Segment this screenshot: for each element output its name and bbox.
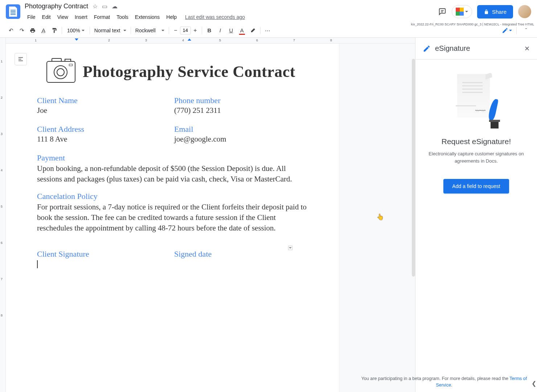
highlight-button[interactable] bbox=[248, 25, 258, 36]
cancel-body: For portrait sessions, a 7-day notice is… bbox=[37, 202, 311, 233]
menu-file[interactable]: File bbox=[25, 13, 38, 21]
cancel-label: Cancelation Policy bbox=[37, 192, 311, 201]
undo-button[interactable]: ↶ bbox=[6, 25, 16, 36]
menu-extensions[interactable]: Extensions bbox=[132, 13, 162, 21]
horizontal-ruler: 12345678 bbox=[6, 38, 415, 44]
share-button[interactable]: Share bbox=[477, 5, 513, 19]
font-size-input[interactable] bbox=[180, 26, 191, 34]
client-name-value: Joe bbox=[37, 106, 174, 115]
star-icon[interactable]: ☆ bbox=[93, 3, 98, 10]
payment-body: Upon booking, a non-refundable deposit o… bbox=[37, 163, 311, 184]
beta-footer: You are participating in a beta program.… bbox=[348, 372, 537, 392]
panel-title: eSignature bbox=[435, 44, 470, 53]
collapse-toolbar-button[interactable]: ˆ bbox=[521, 25, 531, 36]
menu-insert[interactable]: Insert bbox=[72, 13, 90, 21]
email-label: Email bbox=[174, 124, 311, 134]
phone-value: (770) 251 2311 bbox=[174, 106, 311, 115]
account-avatar[interactable] bbox=[518, 5, 531, 18]
redo-button[interactable]: ↷ bbox=[17, 25, 27, 36]
vertical-ruler: 12345678 bbox=[0, 38, 6, 392]
more-button[interactable]: ⋯ bbox=[263, 25, 273, 36]
menu-format[interactable]: Format bbox=[91, 13, 112, 21]
add-field-button[interactable]: Add a field to request bbox=[443, 179, 509, 193]
indent-marker-icon[interactable] bbox=[75, 38, 78, 41]
bold-button[interactable]: B bbox=[204, 25, 214, 36]
column-marker-icon[interactable] bbox=[188, 38, 191, 41]
meet-button[interactable] bbox=[452, 5, 472, 18]
address-value: 111 8 Ave bbox=[37, 135, 174, 144]
field-options-button[interactable] bbox=[288, 246, 292, 250]
camera-icon bbox=[46, 61, 75, 83]
editing-mode-button[interactable] bbox=[502, 27, 512, 34]
paint-format-button[interactable] bbox=[49, 25, 60, 36]
text-cursor bbox=[37, 260, 38, 268]
debug-text: kix_2022.22-Fri_RC00 SCARY SHARD000 gc_3… bbox=[411, 23, 534, 26]
signed-date-label: Signed date bbox=[174, 249, 311, 259]
last-edit-link[interactable]: Last edit was seconds ago bbox=[185, 14, 245, 20]
cloud-status-icon[interactable]: ☁ bbox=[112, 3, 118, 10]
menu-help[interactable]: Help bbox=[164, 13, 179, 21]
collapse-sidebar-button[interactable]: ❮ bbox=[530, 380, 537, 387]
font-size-decrease[interactable]: − bbox=[171, 26, 180, 35]
italic-button[interactable]: I bbox=[215, 25, 225, 36]
client-name-label: Client Name bbox=[37, 96, 174, 105]
text-color-button[interactable]: A bbox=[237, 25, 247, 36]
esignature-panel-icon bbox=[423, 45, 431, 53]
font-select[interactable]: Rockwell bbox=[133, 26, 167, 35]
underline-button[interactable]: U bbox=[226, 25, 236, 36]
add-field-label: Add a field to request bbox=[452, 183, 500, 189]
menu-edit[interactable]: Edit bbox=[40, 13, 53, 21]
doc-title-input[interactable]: Photography Contract bbox=[25, 3, 88, 10]
paragraph-style-select[interactable]: Normal text bbox=[92, 26, 128, 35]
menu-view[interactable]: View bbox=[55, 13, 71, 21]
zoom-select[interactable]: 100% bbox=[64, 26, 87, 35]
move-icon[interactable]: ▭ bbox=[102, 3, 107, 10]
document-page[interactable]: Photography Service Contract Client Name… bbox=[6, 44, 339, 392]
font-size-increase[interactable]: + bbox=[191, 26, 200, 35]
payment-label: Payment bbox=[37, 153, 311, 163]
outline-toggle-button[interactable] bbox=[15, 53, 27, 65]
comments-icon[interactable] bbox=[438, 7, 447, 16]
panel-heading: Request eSignature! bbox=[442, 137, 511, 146]
signature-label: Client Signature bbox=[37, 249, 174, 259]
menu-tools[interactable]: Tools bbox=[114, 13, 131, 21]
address-label: Client Address bbox=[37, 124, 174, 134]
phone-label: Phone number bbox=[174, 96, 311, 105]
docs-home-icon[interactable] bbox=[6, 4, 20, 19]
print-button[interactable] bbox=[28, 25, 38, 36]
share-label: Share bbox=[492, 9, 507, 15]
email-value: joe@google.com bbox=[174, 135, 311, 144]
close-panel-button[interactable]: ✕ bbox=[524, 45, 530, 53]
esignature-illustration: 〰〰 bbox=[453, 74, 500, 128]
spellcheck-button[interactable]: A bbox=[38, 25, 49, 36]
panel-description: Electronically capture customer signatur… bbox=[424, 150, 528, 164]
scrollbar-thumb[interactable] bbox=[412, 59, 415, 277]
document-title: Photography Service Contract bbox=[83, 63, 295, 81]
